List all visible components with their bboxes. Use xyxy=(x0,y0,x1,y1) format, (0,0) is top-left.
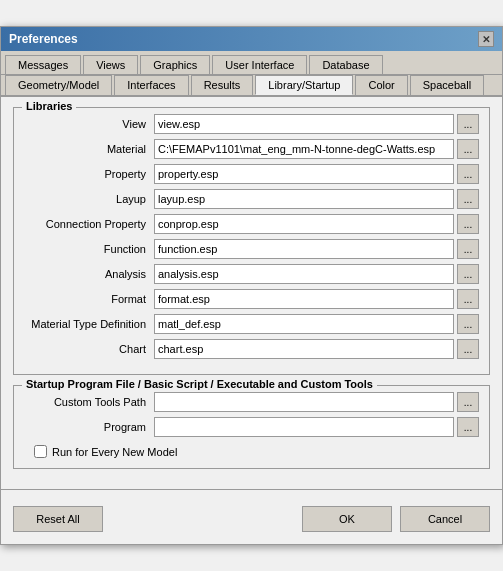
input-function[interactable] xyxy=(154,239,454,259)
tab-interfaces[interactable]: Interfaces xyxy=(114,75,188,95)
input-property[interactable] xyxy=(154,164,454,184)
field-row-chart: Chart ... xyxy=(24,339,479,359)
libraries-title: Libraries xyxy=(22,100,76,112)
input-material-type-definition[interactable] xyxy=(154,314,454,334)
checkbox-row-run-every-model: Run for Every New Model xyxy=(34,445,479,458)
field-row-function: Function ... xyxy=(24,239,479,259)
field-row-material-type-definition: Material Type Definition ... xyxy=(24,314,479,334)
field-row-material: Material ... xyxy=(24,139,479,159)
input-connection-property[interactable] xyxy=(154,214,454,234)
tab-geometry-model[interactable]: Geometry/Model xyxy=(5,75,112,95)
label-property: Property xyxy=(24,168,154,180)
label-material: Material xyxy=(24,143,154,155)
input-chart[interactable] xyxy=(154,339,454,359)
browse-format[interactable]: ... xyxy=(457,289,479,309)
preferences-window: Preferences ✕ Messages Views Graphics Us… xyxy=(0,26,503,545)
browse-connection-property[interactable]: ... xyxy=(457,214,479,234)
browse-function[interactable]: ... xyxy=(457,239,479,259)
tab-color[interactable]: Color xyxy=(355,75,407,95)
label-format: Format xyxy=(24,293,154,305)
ok-button[interactable]: OK xyxy=(302,506,392,532)
input-analysis[interactable] xyxy=(154,264,454,284)
libraries-group: Libraries View ... Material ... Property… xyxy=(13,107,490,375)
tabs-row2: Geometry/Model Interfaces Results Librar… xyxy=(1,75,502,97)
input-format[interactable] xyxy=(154,289,454,309)
input-layup[interactable] xyxy=(154,189,454,209)
content-area: Libraries View ... Material ... Property… xyxy=(1,97,502,489)
label-chart: Chart xyxy=(24,343,154,355)
bottom-divider xyxy=(1,489,502,490)
tab-database[interactable]: Database xyxy=(309,55,382,74)
field-row-custom-tools-path: Custom Tools Path ... xyxy=(24,392,479,412)
field-row-format: Format ... xyxy=(24,289,479,309)
input-material[interactable] xyxy=(154,139,454,159)
browse-view[interactable]: ... xyxy=(457,114,479,134)
input-view[interactable] xyxy=(154,114,454,134)
tab-views[interactable]: Views xyxy=(83,55,138,74)
startup-title: Startup Program File / Basic Script / Ex… xyxy=(22,378,377,390)
close-button[interactable]: ✕ xyxy=(478,31,494,47)
browse-custom-tools-path[interactable]: ... xyxy=(457,392,479,412)
input-program[interactable] xyxy=(154,417,454,437)
tab-graphics[interactable]: Graphics xyxy=(140,55,210,74)
label-material-type-definition: Material Type Definition xyxy=(24,318,154,330)
browse-chart[interactable]: ... xyxy=(457,339,479,359)
label-analysis: Analysis xyxy=(24,268,154,280)
field-row-connection-property: Connection Property ... xyxy=(24,214,479,234)
tab-library-startup[interactable]: Library/Startup xyxy=(255,75,353,95)
startup-group: Startup Program File / Basic Script / Ex… xyxy=(13,385,490,469)
cancel-button[interactable]: Cancel xyxy=(400,506,490,532)
browse-layup[interactable]: ... xyxy=(457,189,479,209)
label-layup: Layup xyxy=(24,193,154,205)
field-row-property: Property ... xyxy=(24,164,479,184)
tab-results[interactable]: Results xyxy=(191,75,254,95)
tab-messages[interactable]: Messages xyxy=(5,55,81,74)
window-title: Preferences xyxy=(9,32,78,46)
browse-analysis[interactable]: ... xyxy=(457,264,479,284)
field-row-program: Program ... xyxy=(24,417,479,437)
label-connection-property: Connection Property xyxy=(24,218,154,230)
reset-all-button[interactable]: Reset All xyxy=(13,506,103,532)
tab-spaceball[interactable]: Spaceball xyxy=(410,75,484,95)
label-view: View xyxy=(24,118,154,130)
browse-material-type-definition[interactable]: ... xyxy=(457,314,479,334)
tabs-row1: Messages Views Graphics User Interface D… xyxy=(1,51,502,75)
checkbox-run-every-model[interactable] xyxy=(34,445,47,458)
label-function: Function xyxy=(24,243,154,255)
field-row-layup: Layup ... xyxy=(24,189,479,209)
title-bar: Preferences ✕ xyxy=(1,27,502,51)
browse-material[interactable]: ... xyxy=(457,139,479,159)
label-custom-tools-path: Custom Tools Path xyxy=(24,396,154,408)
label-program: Program xyxy=(24,421,154,433)
field-row-view: View ... xyxy=(24,114,479,134)
field-row-analysis: Analysis ... xyxy=(24,264,479,284)
tab-user-interface[interactable]: User Interface xyxy=(212,55,307,74)
browse-program[interactable]: ... xyxy=(457,417,479,437)
checkbox-run-every-model-label: Run for Every New Model xyxy=(52,446,177,458)
input-custom-tools-path[interactable] xyxy=(154,392,454,412)
bottom-buttons: Reset All OK Cancel xyxy=(1,498,502,544)
browse-property[interactable]: ... xyxy=(457,164,479,184)
